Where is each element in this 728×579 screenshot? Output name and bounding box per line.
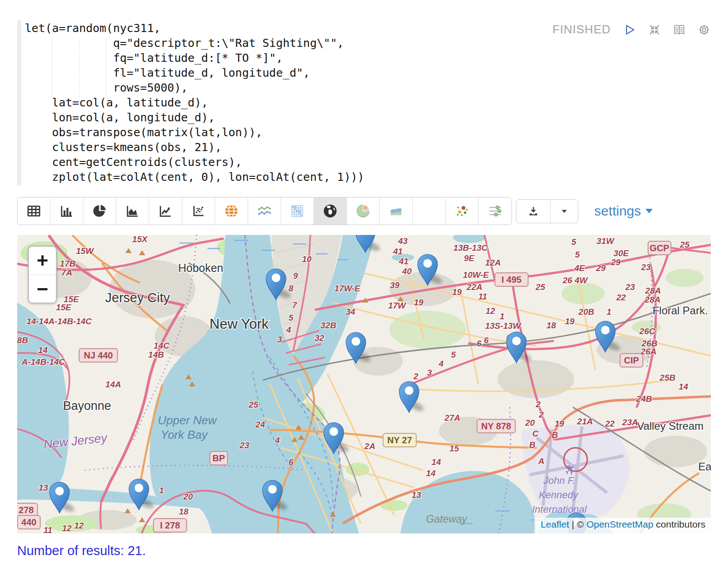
- route-number-label: 29: [595, 263, 606, 273]
- route-number-label: 3: [277, 335, 282, 344]
- zoom-out-button[interactable]: −: [29, 275, 56, 303]
- route-number-label: 7: [292, 300, 298, 310]
- route-number-label: 13B-13C: [453, 243, 488, 253]
- leaflet-link[interactable]: Leaflet: [541, 519, 569, 529]
- viz-button-pie-colored-icon[interactable]: [347, 198, 380, 225]
- status-label: FINISHED: [553, 23, 611, 37]
- route-number-label: 9E: [464, 253, 475, 263]
- route-number-label: 15E: [56, 303, 72, 312]
- route-number-label: 19: [554, 419, 564, 428]
- route-number-label: 14: [678, 382, 688, 391]
- water-label: York Bay: [161, 428, 208, 441]
- route-number-label: 43: [397, 236, 408, 246]
- route-number-label: 18: [179, 507, 189, 516]
- route-shield-label: NY 878: [481, 421, 511, 431]
- route-number-label: 2: [535, 400, 541, 409]
- map-canvas[interactable]: NJ 440I 495GCPCIPNY 878NY 27BPI 27827844…: [17, 235, 711, 533]
- route-number-label: 26C: [639, 326, 655, 336]
- download-caret-button[interactable]: [550, 200, 578, 223]
- viz-button-table-icon[interactable]: [18, 198, 51, 225]
- viz-button-scatter-chart-icon[interactable]: [182, 198, 215, 225]
- marker-pin-dot: [330, 427, 338, 436]
- notebook-paragraph: let(a=random(nyc311, q="descriptor_t:\"R…: [0, 0, 728, 572]
- viz-button-map-globe-icon[interactable]: [314, 198, 347, 225]
- route-number-label: 22: [616, 293, 626, 302]
- route-number-label: 11: [43, 525, 52, 533]
- zoom-in-button[interactable]: +: [29, 247, 56, 275]
- attribution-separator: |: [569, 519, 577, 529]
- route-number-label: 21A: [577, 417, 593, 426]
- route-number-label: 5: [289, 313, 294, 322]
- city-label: Hoboken: [178, 262, 223, 274]
- route-number-label: 15W: [76, 246, 94, 256]
- route-number-label: 8: [289, 284, 294, 293]
- city-label: Jersey City: [105, 290, 170, 305]
- viz-button-area-chart-icon[interactable]: [116, 198, 149, 225]
- route-number-label: 5: [571, 237, 576, 247]
- zoom-control: + −: [28, 246, 57, 303]
- route-number-label: A: [538, 456, 544, 466]
- settings-toggle[interactable]: settings: [594, 203, 653, 219]
- route-number-label: 4: [438, 359, 444, 368]
- marker-pin-dot: [424, 259, 432, 268]
- route-number-label: 30E: [613, 248, 629, 258]
- marker-pin-dot: [512, 337, 521, 345]
- route-number-label: 1: [607, 307, 612, 317]
- viz-button-bar-chart-icon[interactable]: [51, 198, 83, 225]
- route-number-label: 19: [414, 298, 424, 307]
- code-line: clusters=kmeans(obs, 21),: [25, 140, 711, 155]
- route-number-label: 40: [401, 267, 412, 276]
- route-number-label: 11: [478, 292, 487, 301]
- route-number-label: C: [532, 429, 539, 438]
- route-number-label: 1: [500, 312, 505, 321]
- code-text[interactable]: let(a=random(nyc311, q="descriptor_t:\"R…: [25, 19, 711, 184]
- download-button[interactable]: [516, 200, 550, 223]
- airport-label: John F.: [543, 475, 576, 486]
- map[interactable]: NJ 440I 495GCPCIPNY 878NY 27BPI 27827844…: [17, 235, 711, 533]
- route-number-label: 12: [74, 521, 84, 530]
- route-number-label: 23: [640, 262, 651, 272]
- indent-guide: [106, 38, 106, 97]
- route-number-label: 13: [411, 490, 421, 500]
- code-line: zplot(lat=colAt(cent, 0), lon=colAt(cent…: [25, 170, 711, 184]
- copyright-symbol: ©: [577, 519, 586, 529]
- run-icon[interactable]: [623, 23, 636, 37]
- route-number-label: 2: [413, 372, 419, 381]
- route-number-label: 9: [293, 271, 298, 280]
- marker-pin-dot: [268, 485, 277, 494]
- route-number-label: 28A: [645, 295, 661, 304]
- gear-icon[interactable]: [697, 23, 711, 37]
- airport-label: Kennedy: [539, 489, 579, 501]
- viz-button-heatmap-chart-icon[interactable]: [281, 198, 314, 225]
- code-line: cent=getCentroids(clusters),: [25, 155, 711, 170]
- route-number-label: 6: [477, 339, 482, 348]
- code-line: rows=5000),: [25, 80, 711, 95]
- viz-button-multi-line-chart-icon[interactable]: [248, 198, 281, 225]
- route-number-label: 10: [302, 254, 312, 264]
- route-number-label: 12A: [485, 258, 501, 267]
- route-number-label: 22: [604, 419, 615, 428]
- marker-pin-dot: [405, 386, 414, 395]
- viz-button-line-chart-icon[interactable]: [149, 198, 182, 225]
- viz-button-pie-chart-icon[interactable]: [83, 198, 116, 225]
- osm-link[interactable]: OpenStreetMap: [586, 519, 653, 529]
- route-number-label: 20: [183, 492, 193, 501]
- viz-button-stream-chart-icon[interactable]: [380, 198, 413, 225]
- viz-button-sliders-icon[interactable]: [479, 198, 511, 225]
- compress-icon[interactable]: [648, 23, 661, 37]
- route-number-label: 13: [38, 483, 48, 492]
- route-number-label: 25: [679, 240, 690, 249]
- viz-button-globe-chart-icon[interactable]: [215, 198, 248, 225]
- route-shield-label: BP: [212, 453, 225, 463]
- route-number-label: 15: [449, 444, 459, 453]
- route-number-label: 4E: [574, 263, 585, 273]
- marker-pin-dot: [272, 274, 281, 282]
- viz-button-map-globe-alt-icon[interactable]: [413, 198, 446, 225]
- route-number-label: 14B: [148, 350, 164, 359]
- book-icon[interactable]: [673, 23, 686, 37]
- route-number-label: 32B: [321, 321, 336, 330]
- route-number-label: 23A: [622, 418, 638, 427]
- viz-button-scatter-colored-icon[interactable]: [446, 198, 479, 225]
- route-number-label: 29: [610, 257, 621, 267]
- route-number-label: 19: [452, 287, 462, 297]
